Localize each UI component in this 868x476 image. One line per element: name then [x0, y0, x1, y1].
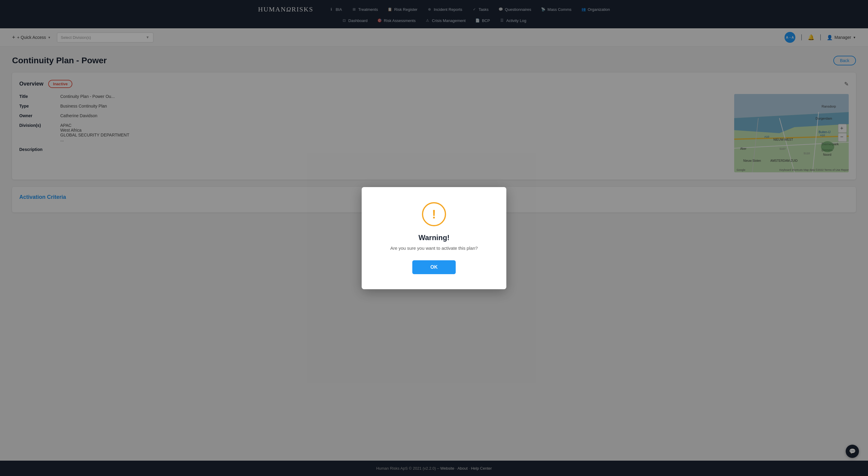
modal-overlay[interactable]: ! Warning! Are you sure you want to acti…: [0, 0, 868, 476]
modal-title: Warning!: [374, 233, 494, 242]
warning-circle: !: [422, 202, 446, 226]
warning-exclamation-icon: !: [432, 208, 436, 220]
ok-button[interactable]: OK: [412, 260, 456, 274]
warning-modal: ! Warning! Are you sure you want to acti…: [362, 187, 506, 289]
modal-message: Are you sure you want to activate this p…: [374, 246, 494, 251]
